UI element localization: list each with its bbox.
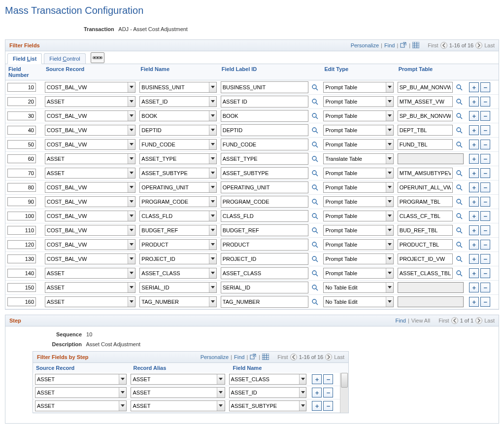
add-row-button[interactable]: + xyxy=(469,154,479,164)
delete-row-button[interactable]: − xyxy=(480,82,490,92)
inner-field-name-combo-input[interactable] xyxy=(230,375,299,383)
delete-row-button[interactable]: − xyxy=(480,197,490,207)
prompt-table-lookup-icon[interactable] xyxy=(455,269,464,278)
chevron-down-icon[interactable] xyxy=(128,125,135,135)
field-label-lookup-icon[interactable] xyxy=(310,226,319,235)
field-label-lookup-icon[interactable] xyxy=(310,126,319,135)
delete-row-button[interactable]: − xyxy=(323,374,333,384)
prompt-table-input[interactable] xyxy=(398,183,453,191)
prompt-table-input[interactable] xyxy=(398,269,453,277)
field-label-lookup-icon[interactable] xyxy=(310,111,319,120)
source-record-combo[interactable] xyxy=(45,96,135,107)
prompt-table-field[interactable] xyxy=(398,110,453,121)
source-record-combo-input[interactable] xyxy=(45,269,128,277)
delete-row-button[interactable]: − xyxy=(480,140,490,149)
source-record-combo-input[interactable] xyxy=(45,198,128,206)
inner-col-src[interactable]: Source Record xyxy=(33,363,130,373)
chevron-down-icon[interactable] xyxy=(386,168,393,178)
field-number-input[interactable] xyxy=(7,83,36,92)
edit-type-combo[interactable] xyxy=(323,125,393,136)
prompt-table-lookup-icon[interactable] xyxy=(455,197,464,206)
source-record-combo-input[interactable] xyxy=(45,183,128,191)
col-edit-type[interactable]: Edit Type xyxy=(321,64,395,80)
field-name-combo[interactable] xyxy=(139,153,216,164)
field-number-input[interactable] xyxy=(7,111,36,120)
chevron-down-icon[interactable] xyxy=(209,240,216,250)
chevron-down-icon[interactable] xyxy=(128,225,135,235)
field-label-lookup-icon[interactable] xyxy=(310,240,319,249)
chevron-down-icon[interactable] xyxy=(209,82,216,92)
prompt-table-lookup-icon[interactable] xyxy=(455,97,464,106)
delete-row-button[interactable]: − xyxy=(323,388,333,397)
prompt-table-input[interactable] xyxy=(398,141,453,148)
source-record-combo[interactable] xyxy=(45,82,135,93)
field-label-lookup-icon[interactable] xyxy=(310,183,319,192)
delete-row-button[interactable]: − xyxy=(480,182,490,192)
step-view-all-link[interactable]: View All xyxy=(411,318,430,324)
delete-row-button[interactable]: − xyxy=(480,111,490,121)
inner-source-record-combo[interactable] xyxy=(35,374,127,385)
inner-nav-first[interactable]: First xyxy=(277,354,288,360)
inner-find-link[interactable]: Find xyxy=(234,354,244,360)
field-name-combo-input[interactable] xyxy=(140,98,209,106)
edit-type-combo[interactable] xyxy=(323,282,393,293)
edit-type-combo-input[interactable] xyxy=(324,155,386,163)
prev-page-icon[interactable] xyxy=(440,42,447,49)
prompt-table-field[interactable] xyxy=(398,211,453,221)
inner-source-record-combo-input[interactable] xyxy=(35,375,119,383)
edit-type-combo-input[interactable] xyxy=(324,212,386,220)
edit-type-combo[interactable] xyxy=(323,296,393,307)
chevron-down-icon[interactable] xyxy=(386,154,393,164)
chevron-down-icon[interactable] xyxy=(128,182,135,192)
source-record-combo-input[interactable] xyxy=(45,83,128,91)
edit-type-combo[interactable] xyxy=(323,96,393,107)
field-number-input[interactable] xyxy=(7,269,36,278)
source-record-combo[interactable] xyxy=(45,139,135,150)
prompt-table-field[interactable] xyxy=(398,182,453,193)
prompt-table-field[interactable] xyxy=(398,196,453,207)
field-name-combo[interactable] xyxy=(139,296,216,307)
field-name-combo-input[interactable] xyxy=(140,183,209,191)
add-row-button[interactable]: + xyxy=(469,297,479,307)
field-name-combo[interactable] xyxy=(139,96,216,107)
chevron-down-icon[interactable] xyxy=(209,283,216,292)
delete-row-button[interactable]: − xyxy=(480,168,490,178)
field-name-combo-input[interactable] xyxy=(140,284,209,291)
chevron-down-icon[interactable] xyxy=(209,211,216,221)
delete-row-button[interactable]: − xyxy=(480,240,490,250)
edit-type-combo[interactable] xyxy=(323,168,393,179)
edit-type-combo-input[interactable] xyxy=(324,198,386,206)
edit-type-combo-input[interactable] xyxy=(324,255,386,263)
tab-field-control[interactable]: Field Control xyxy=(44,53,85,64)
inner-source-record-combo-input[interactable] xyxy=(35,389,119,397)
field-name-combo[interactable] xyxy=(139,268,216,279)
delete-row-button[interactable]: − xyxy=(480,297,490,307)
edit-type-combo-input[interactable] xyxy=(324,126,386,134)
edit-type-combo-input[interactable] xyxy=(324,83,386,91)
add-row-button[interactable]: + xyxy=(469,111,479,121)
edit-type-combo[interactable] xyxy=(323,82,393,93)
inner-record-alias-combo-input[interactable] xyxy=(131,402,217,410)
field-label-input[interactable] xyxy=(221,181,309,193)
edit-type-combo[interactable] xyxy=(323,153,393,164)
field-label-input[interactable] xyxy=(221,196,309,208)
prompt-table-input[interactable] xyxy=(398,169,453,177)
field-label-input[interactable] xyxy=(221,153,309,165)
field-number-input[interactable] xyxy=(7,183,36,192)
chevron-down-icon[interactable] xyxy=(128,283,135,292)
prompt-table-lookup-icon[interactable] xyxy=(455,83,464,92)
prompt-table-lookup-icon[interactable] xyxy=(455,254,464,263)
edit-type-combo-input[interactable] xyxy=(324,141,386,148)
source-record-combo-input[interactable] xyxy=(45,298,128,306)
step-nav-last[interactable]: Last xyxy=(484,318,495,324)
chevron-down-icon[interactable] xyxy=(128,268,135,278)
prompt-table-lookup-icon[interactable] xyxy=(455,183,464,192)
field-name-combo[interactable] xyxy=(139,168,216,179)
source-record-combo[interactable] xyxy=(45,182,135,193)
chevron-down-icon[interactable] xyxy=(209,197,216,207)
source-record-combo-input[interactable] xyxy=(45,226,128,234)
chevron-down-icon[interactable] xyxy=(119,374,126,384)
step-next-icon[interactable] xyxy=(475,317,482,324)
delete-row-button[interactable]: − xyxy=(480,268,490,278)
add-row-button[interactable]: + xyxy=(469,97,479,107)
